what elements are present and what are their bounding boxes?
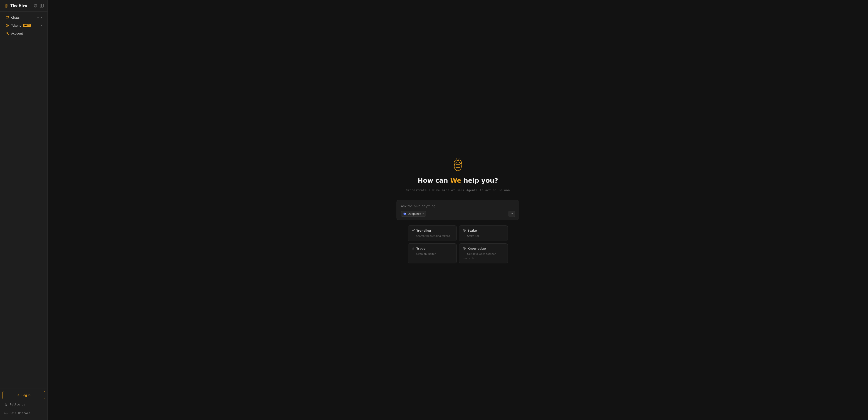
header-icon-group — [33, 4, 44, 8]
chat-input-footer: Deepseek ▾ — [401, 211, 515, 217]
sidebar-item-chats[interactable]: Chats + ▾ — [2, 13, 45, 21]
sidebar-bottom: Log in Follow Us Join Discord — [0, 388, 48, 420]
sidebar-nav: Chats + ▾ Tokens New ▾ — [0, 11, 48, 388]
sidebar-item-account-label: Account — [11, 32, 23, 35]
app-title: The Hive — [10, 4, 27, 8]
discord-icon — [4, 411, 8, 415]
hero-title: How can We help you? — [417, 177, 498, 184]
settings-icon[interactable] — [33, 4, 37, 8]
chat-input-container: Deepseek ▾ — [397, 200, 519, 220]
sidebar-item-tokens[interactable]: Tokens New ▾ — [2, 22, 45, 29]
trade-icon — [412, 247, 415, 250]
svg-point-23 — [405, 213, 406, 214]
sidebar: The Hive — [0, 0, 48, 420]
chat-input[interactable] — [401, 204, 515, 208]
follow-us-link[interactable]: Follow Us — [2, 401, 45, 408]
layout-icon[interactable] — [40, 4, 44, 8]
quick-action-trade[interactable]: Trade Swap on Jupiter — [408, 243, 457, 263]
add-chat-icon[interactable]: + — [37, 16, 39, 19]
account-icon — [5, 32, 9, 35]
send-icon — [510, 212, 513, 215]
chevron-down-icon: ▾ — [41, 24, 42, 27]
svg-rect-10 — [42, 4, 43, 7]
login-button[interactable]: Log in — [2, 391, 45, 399]
quick-action-stake[interactable]: Stake Stake Sol — [459, 226, 508, 241]
svg-rect-26 — [413, 248, 413, 249]
send-button[interactable] — [508, 211, 515, 217]
model-chevron-icon: ▾ — [423, 212, 424, 215]
svg-rect-27 — [413, 247, 414, 249]
svg-point-22 — [403, 212, 406, 215]
new-badge: New — [23, 24, 31, 27]
stake-title: Stake — [467, 229, 477, 232]
token-icon — [5, 24, 9, 27]
x-icon — [4, 403, 8, 407]
main-content: How can We help you? Orchestrate a hive … — [48, 0, 868, 420]
sidebar-item-tokens-label: Tokens — [11, 24, 21, 27]
sidebar-item-account[interactable]: Account — [2, 30, 45, 37]
svg-point-20 — [456, 158, 457, 159]
sidebar-item-chats-label: Chats — [11, 16, 20, 19]
svg-point-13 — [454, 162, 462, 171]
svg-point-29 — [463, 247, 466, 249]
model-selector[interactable]: Deepseek ▾ — [401, 211, 426, 217]
follow-us-label: Follow Us — [10, 403, 25, 406]
quick-action-trending[interactable]: Trending Search the trending tokens — [408, 226, 457, 241]
chat-icon — [5, 16, 9, 19]
hero-section: How can We help you? Orchestrate a hive … — [406, 157, 510, 192]
sidebar-header: The Hive — [0, 0, 48, 11]
svg-point-5 — [6, 4, 6, 5]
model-selector-label: Deepseek — [408, 212, 421, 215]
quick-action-knowledge[interactable]: Knowledge Get developer docs for protoco… — [459, 243, 508, 263]
trade-title: Trade — [416, 247, 426, 250]
svg-point-21 — [459, 158, 460, 159]
chevron-down-icon: ▾ — [41, 17, 42, 19]
svg-point-8 — [35, 5, 36, 6]
stake-icon — [463, 229, 466, 233]
knowledge-desc: Get developer docs for protocols — [463, 252, 496, 260]
bee-icon — [4, 3, 9, 8]
trending-icon — [412, 229, 415, 233]
deepseek-icon — [403, 212, 406, 215]
trending-title: Trending — [416, 229, 431, 232]
svg-rect-9 — [40, 4, 41, 7]
knowledge-title: Knowledge — [467, 247, 486, 250]
login-arrow-icon — [17, 394, 20, 397]
svg-point-17 — [457, 160, 458, 161]
trending-desc: Search the trending tokens — [416, 235, 450, 238]
join-discord-label: Join Discord — [10, 412, 30, 415]
trade-desc: Swap on Jupiter — [416, 252, 436, 256]
join-discord-link[interactable]: Join Discord — [2, 410, 45, 416]
svg-point-12 — [7, 32, 8, 34]
hero-subtitle: Orchestrate a hive mind of DeFi Agents t… — [406, 188, 510, 192]
knowledge-icon — [463, 247, 466, 250]
svg-rect-25 — [412, 248, 412, 249]
hero-bee-icon — [450, 157, 466, 173]
app-logo[interactable]: The Hive — [4, 3, 27, 8]
quick-actions-grid: Trending Search the trending tokens Stak… — [408, 226, 508, 263]
stake-desc: Stake Sol — [467, 235, 479, 238]
